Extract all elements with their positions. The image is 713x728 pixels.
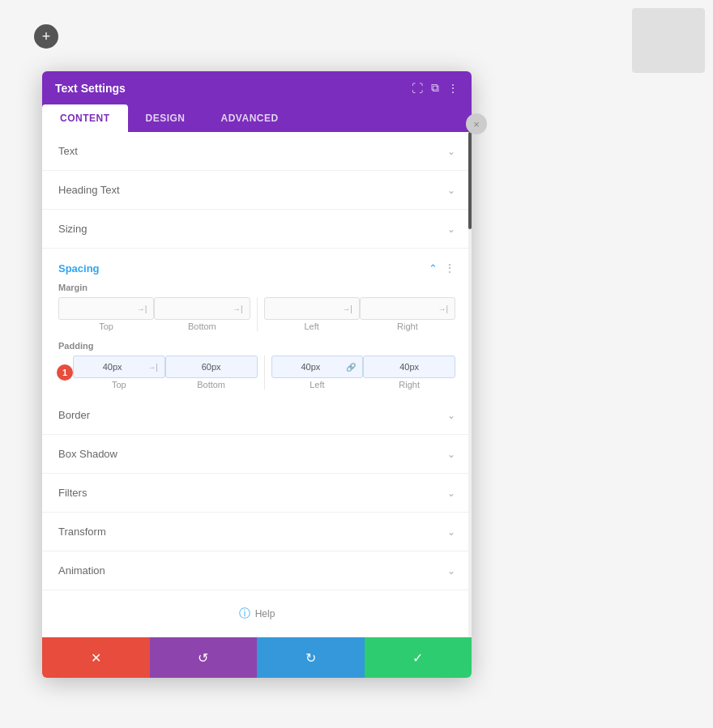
padding-fields: 40px →| Top 60px Bottom <box>58 355 455 390</box>
cancel-icon: ✕ <box>91 650 101 666</box>
modal-footer: ✕ ↺ ↻ ✓ <box>42 637 472 678</box>
margin-left-label: Left <box>304 321 318 331</box>
modal-tabs: Content Design Advanced <box>42 104 472 132</box>
padding-group: Padding 1 40px →| Top <box>42 341 472 390</box>
save-icon: ✓ <box>412 650 423 666</box>
section-text[interactable]: Text ⌄ <box>42 132 472 171</box>
modal-header: Text Settings ⛶ ⧉ ⋮ <box>42 71 472 104</box>
margin-bottom-label: Bottom <box>188 321 216 331</box>
padding-lr-group: 40px 🔗 Left 40px Right <box>271 355 456 390</box>
columns-icon[interactable]: ⧉ <box>431 81 439 95</box>
tab-advanced[interactable]: Advanced <box>203 104 297 132</box>
chevron-down-icon: ⌄ <box>447 565 455 577</box>
padding-bottom-value: 60px <box>173 362 250 372</box>
link-icon-margin-bottom: →| <box>233 304 243 313</box>
chevron-down-icon: ⌄ <box>447 224 455 235</box>
section-box-shadow[interactable]: Box Shadow ⌄ <box>42 435 472 474</box>
undo-button[interactable]: ↺ <box>150 637 258 678</box>
margin-right-label: Right <box>397 321 418 331</box>
scrollbar-thumb[interactable] <box>468 132 472 229</box>
padding-right-wrap: 40px Right <box>363 355 455 390</box>
margin-divider <box>257 297 258 331</box>
spacing-section: Spacing ⌃ ⋮ Margin →| <box>42 249 472 390</box>
chevron-up-icon[interactable]: ⌃ <box>429 262 438 275</box>
tab-content[interactable]: Content <box>42 104 128 132</box>
fullscreen-icon[interactable]: ⛶ <box>412 82 423 95</box>
link-icon-margin-top: →| <box>137 304 147 313</box>
margin-top-label: Top <box>99 321 113 331</box>
chevron-down-icon: ⌄ <box>447 185 455 196</box>
close-modal-button[interactable]: × <box>466 113 487 134</box>
more-options-icon[interactable]: ⋮ <box>447 82 459 95</box>
section-filters-label: Filters <box>58 487 87 499</box>
thumbnail <box>632 8 705 73</box>
padding-label: Padding <box>58 341 455 351</box>
add-button[interactable]: + <box>34 24 58 49</box>
link-icon-margin-right: →| <box>438 304 448 313</box>
modal-title: Text Settings <box>55 82 126 95</box>
help-icon: ⓘ <box>239 607 250 621</box>
padding-top-value: 40px <box>80 362 144 372</box>
undo-icon: ↺ <box>198 650 208 666</box>
padding-right-value: 40px <box>370 362 448 372</box>
margin-fields: →| Top →| Bottom <box>58 297 455 331</box>
padding-right-input[interactable]: 40px <box>363 355 455 378</box>
section-transform-label: Transform <box>58 526 106 538</box>
link-icon-margin-left: →| <box>342 304 352 313</box>
padding-top-wrap: 40px →| Top <box>73 355 165 390</box>
section-box-shadow-label: Box Shadow <box>58 448 117 460</box>
text-settings-modal: Text Settings ⛶ ⧉ ⋮ Content Design Advan… <box>42 71 472 678</box>
margin-bottom-input[interactable]: →| <box>154 297 250 320</box>
margin-group: Margin →| Top →| <box>42 283 472 331</box>
link-icon-padding-top: →| <box>147 363 158 372</box>
section-sizing[interactable]: Sizing ⌄ <box>42 210 472 249</box>
margin-top-input[interactable]: →| <box>58 297 154 320</box>
section-transform[interactable]: Transform ⌄ <box>42 513 472 551</box>
redo-icon: ↻ <box>305 650 316 666</box>
help-row: ⓘ Help <box>42 590 472 637</box>
padding-right-label: Right <box>399 380 420 390</box>
margin-left-right-group: →| Top →| Bottom <box>58 297 250 331</box>
chevron-down-icon: ⌄ <box>447 449 455 460</box>
section-border[interactable]: Border ⌄ <box>42 396 472 435</box>
tab-design[interactable]: Design <box>128 104 203 132</box>
margin-right-wrap: →| Right <box>360 297 455 331</box>
margin-bottom-wrap: →| Bottom <box>154 297 250 331</box>
section-heading-text-label: Heading Text <box>58 184 120 196</box>
margin-right-input[interactable]: →| <box>360 297 455 320</box>
spacing-title: Spacing <box>58 262 100 275</box>
spacing-header-icons: ⌃ ⋮ <box>429 262 455 275</box>
section-animation-label: Animation <box>58 564 105 577</box>
padding-top-input[interactable]: 40px →| <box>73 355 165 378</box>
chevron-down-icon: ⌄ <box>447 410 455 421</box>
padding-bottom-input[interactable]: 60px <box>165 355 258 378</box>
margin-top-wrap: →| Top <box>58 297 154 331</box>
chevron-down-icon: ⌄ <box>447 487 455 499</box>
padding-divider <box>264 355 265 390</box>
section-text-label: Text <box>58 145 78 157</box>
spacing-more-icon[interactable]: ⋮ <box>444 262 455 275</box>
help-label[interactable]: Help <box>255 608 275 619</box>
chevron-down-icon: ⌄ <box>447 146 455 157</box>
link-icon-padding-left: 🔗 <box>346 363 356 372</box>
margin-left-input[interactable]: →| <box>264 297 360 320</box>
padding-bottom-wrap: 60px Bottom <box>165 355 258 390</box>
close-icon: × <box>473 118 480 130</box>
modal-body: Text ⌄ Heading Text ⌄ Sizing ⌄ Spacing ⌃… <box>42 132 472 637</box>
save-button[interactable]: ✓ <box>365 637 472 678</box>
cancel-button[interactable]: ✕ <box>42 637 150 678</box>
padding-left-wrap: 40px 🔗 Left <box>271 355 364 390</box>
padding-fields-container: 1 40px →| Top <box>42 355 472 390</box>
section-heading-text[interactable]: Heading Text ⌄ <box>42 171 472 210</box>
section-animation[interactable]: Animation ⌄ <box>42 551 472 590</box>
section-filters[interactable]: Filters ⌄ <box>42 474 472 513</box>
margin-left-wrap: →| Left <box>264 297 360 331</box>
padding-top-label: Top <box>112 380 126 390</box>
padding-left-input[interactable]: 40px 🔗 <box>271 355 364 378</box>
margin-tb-group: →| Left →| Right <box>264 297 456 331</box>
modal-header-icons: ⛶ ⧉ ⋮ <box>412 81 459 95</box>
badge-1: 1 <box>57 364 73 381</box>
spacing-header: Spacing ⌃ ⋮ <box>42 249 472 283</box>
redo-button[interactable]: ↻ <box>257 637 365 678</box>
padding-left-value: 40px <box>279 362 344 372</box>
